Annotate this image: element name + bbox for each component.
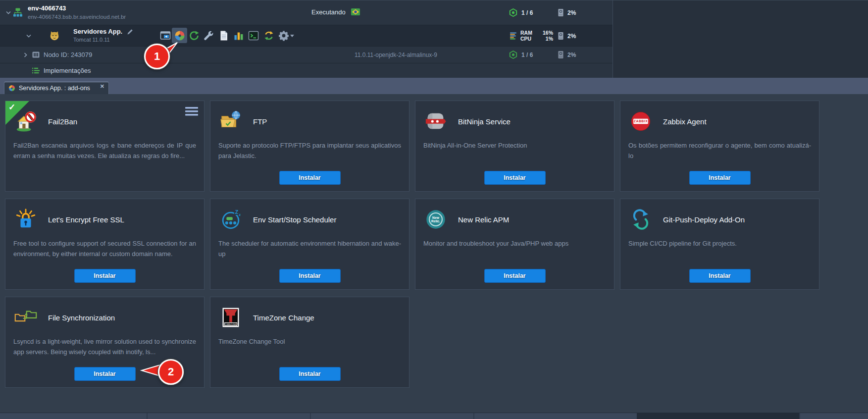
deployments-row[interactable]: Implementações [0, 63, 613, 78]
addons-puzzle-icon [8, 85, 15, 92]
addon-card: NewRelic. New Relic APM Monitor and trou… [415, 199, 614, 290]
svg-text:TIMEZONE: TIMEZONE [225, 323, 237, 325]
ram-cpu-stats: RAM 16% CPU 1% [520, 30, 553, 42]
addon-description: Simple CI/CD pipeline for Git projects. [628, 238, 811, 249]
environment-name: env-4066743 [28, 4, 126, 12]
check-icon: ✓ [8, 102, 15, 112]
node-row[interactable]: Nodo ID: 243079 11.0.11-openjdk-24-almal… [0, 47, 613, 63]
addon-title: Fail2Ban [48, 117, 77, 126]
tab-bar: Servidores App. : add-ons ✕ [0, 78, 868, 94]
environment-disk-usage: 2% [567, 9, 576, 16]
addon-description: Suporte ao protocolo FTP/FTPS para impla… [218, 140, 401, 161]
addon-description: BitNinja All-in-One Server Protection [423, 140, 606, 151]
cpu-label: CPU [520, 36, 535, 42]
svg-text:Relic.: Relic. [431, 219, 440, 223]
installed-badge: ✓ [5, 101, 29, 125]
addons-grid: ✓ Fail2Ban Fail2Ban escaneia arquivos lo… [5, 101, 819, 388]
newrelic-icon: NewRelic. [424, 208, 447, 231]
tab-title: Servidores App. : add-ons [19, 85, 90, 92]
install-button[interactable]: Instalar [74, 269, 136, 283]
nodes-hexagon-icon [509, 51, 517, 59]
letsencrypt-icon [14, 208, 37, 231]
cpu-value: 1% [535, 36, 553, 42]
addon-card: ZABBIX Zabbix Agent Os botões permitem r… [620, 101, 819, 192]
install-button[interactable]: Instalar [484, 269, 546, 283]
addon-title: Zabbix Agent [663, 117, 707, 126]
addon-card: Git-Push-Deploy Add-On Simple CI/CD pipe… [620, 199, 819, 290]
tab-addons[interactable]: Servidores App. : add-ons ✕ [4, 82, 109, 94]
edit-pencil-icon[interactable] [127, 28, 134, 35]
addon-description: The scheduler for automatic environment … [218, 238, 401, 259]
svg-text:z: z [239, 212, 241, 217]
install-button[interactable]: Instalar [279, 171, 341, 185]
addon-description: Fail2Ban escaneia arquivos logs e bane e… [13, 140, 196, 161]
card-menu-button[interactable] [185, 107, 198, 116]
tab-close-icon[interactable]: ✕ [100, 83, 104, 90]
svg-text:ZABBIX: ZABBIX [634, 119, 648, 123]
addon-description: Lsyncd is a light-weight, live mirror so… [13, 336, 196, 357]
environment-header: env-4066743 env-4066743.bsb.br.saveinclo… [0, 0, 868, 78]
annotation-step-1: 1 [144, 44, 170, 69]
bottom-strip [0, 413, 868, 419]
server-group-name: Servidores App. [73, 28, 122, 35]
server-layer-row[interactable]: Servidores App. Tomcat 11.0.11 [0, 25, 613, 47]
environment-panel: env-4066743 env-4066743.bsb.br.saveinclo… [0, 0, 613, 78]
settings-wrench-icon[interactable] [203, 30, 214, 41]
annotation-step-2: 2 [158, 359, 184, 385]
environment-node-count: 1 / 6 [521, 9, 533, 16]
deployments-list-icon [32, 66, 40, 75]
svg-text:Z: Z [235, 209, 239, 215]
addon-title: File Synchronization [48, 314, 115, 322]
addon-title: New Relic APM [458, 215, 509, 224]
addon-card: Let's Encrypt Free SSL Free tool to conf… [5, 199, 204, 290]
svg-text:New: New [432, 216, 440, 219]
addon-card: BitNinja Service BitNinja All-in-One Ser… [415, 101, 614, 192]
install-button[interactable]: Instalar [74, 367, 136, 381]
install-button[interactable]: Instalar [689, 269, 751, 283]
ram-label: RAM [520, 30, 535, 36]
ftp-icon [219, 110, 242, 133]
install-button[interactable]: Instalar [484, 171, 546, 185]
bitninja-icon [424, 110, 447, 133]
addon-card: Zz Env Start/Stop Scheduler The schedule… [210, 199, 409, 290]
gear-dropdown-caret-icon[interactable] [290, 35, 294, 37]
brazil-flag-icon [351, 8, 360, 15]
statistics-icon[interactable] [233, 30, 244, 41]
install-button[interactable]: Instalar [279, 269, 341, 283]
application-window: env-4066743 env-4066743.bsb.br.saveinclo… [0, 0, 868, 419]
redeploy-icon[interactable] [263, 30, 274, 41]
addon-card: TIMEZONE TimeZone Change TimeZone Change… [210, 297, 409, 388]
scheduler-icon: Zz [219, 208, 242, 231]
restart-icon[interactable] [189, 30, 200, 41]
additionally-gear-icon[interactable] [278, 30, 289, 41]
node-icon [32, 51, 40, 59]
nodes-hexagon-icon [509, 8, 517, 17]
node-disk-usage: 2% [567, 52, 576, 58]
addons-panel: ✓ Fail2Ban Fail2Ban escaneia arquivos lo… [0, 94, 868, 413]
addon-description: Os botões permitem reconfigurar o agente… [628, 140, 811, 161]
environment-icon [13, 7, 23, 17]
install-button[interactable]: Instalar [689, 171, 751, 185]
install-button[interactable]: Instalar [279, 367, 341, 381]
addon-title: BitNinja Service [458, 117, 511, 126]
addon-title: Env Start/Stop Scheduler [253, 215, 336, 224]
chevron-down-icon[interactable] [26, 34, 31, 38]
environment-domain: env-4066743.bsb.br.saveincloud.net.br [28, 14, 126, 20]
addon-card: ✓ Fail2Ban Fail2Ban escaneia arquivos lo… [5, 101, 204, 192]
ram-cpu-icon [509, 32, 517, 40]
web-ssh-icon[interactable] [248, 30, 259, 41]
node-id-label: Nodo ID: 243079 [44, 51, 92, 58]
log-icon[interactable] [218, 30, 229, 41]
chevron-down-icon[interactable] [6, 11, 11, 14]
environment-row[interactable]: env-4066743 env-4066743.bsb.br.saveinclo… [0, 0, 613, 25]
addon-description: Monitor and troubleshoot your Java/PHP w… [423, 238, 606, 249]
node-image-tag: 11.0.11-openjdk-24-almalinux-9 [355, 52, 437, 58]
annotation-2-number: 2 [168, 366, 174, 378]
disk-icon [557, 51, 565, 59]
chevron-right-icon[interactable] [24, 52, 27, 57]
addon-card: FTP Suporte ao protocolo FTP/FTPS para i… [210, 101, 409, 192]
addon-title: Git-Push-Deploy Add-On [663, 215, 745, 224]
disk-icon [557, 32, 565, 40]
server-disk-usage: 2% [567, 33, 576, 40]
tomcat-icon [49, 30, 60, 41]
